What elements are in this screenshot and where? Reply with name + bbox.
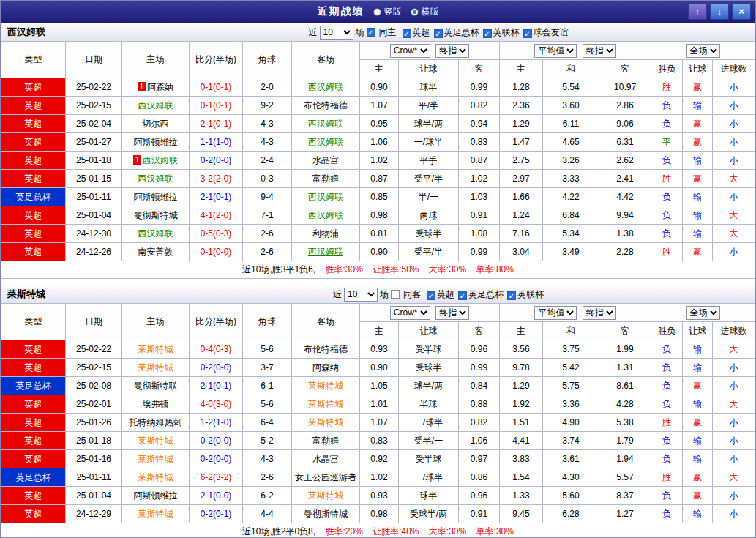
layout-radio-vertical[interactable]: 竖版 xyxy=(373,6,402,18)
score-cell[interactable]: 2-1(0-0) xyxy=(190,487,243,505)
home-team-cell[interactable]: 莱斯特城 xyxy=(122,340,190,359)
home-team-cell[interactable]: 埃弗顿 xyxy=(122,395,190,414)
away-team-cell[interactable]: 水晶宫 xyxy=(292,450,360,468)
away-team-cell[interactable]: 莱斯特城 xyxy=(292,377,360,395)
home-team-cell[interactable]: 莱斯特城 xyxy=(122,505,190,523)
away-team-cell[interactable]: 利物浦 xyxy=(292,225,360,243)
score-cell[interactable]: 1-1(1-0) xyxy=(190,133,243,152)
home-team-cell[interactable]: 曼彻斯特联 xyxy=(122,377,190,395)
league-checkbox[interactable]: ✓ xyxy=(523,29,532,38)
home-team-cell[interactable]: 托特纳姆热刺 xyxy=(122,414,190,432)
league-checkbox[interactable]: ✓ xyxy=(483,29,492,38)
away-team-cell[interactable]: 西汉姆联 xyxy=(292,206,360,225)
handicap-home-odds-cell: 1.07 xyxy=(360,414,399,432)
away-team-cell[interactable]: 曼彻斯特城 xyxy=(292,505,360,523)
score-cell[interactable]: 0-1(0-0) xyxy=(190,243,243,261)
away-team-cell[interactable]: 阿森纳 xyxy=(292,359,360,377)
score-cell[interactable]: 3-2(2-0) xyxy=(190,170,243,188)
home-team-cell[interactable]: 莱斯特城 xyxy=(122,450,190,468)
away-team-cell[interactable]: 富勒姆 xyxy=(292,432,360,450)
score-cell[interactable]: 0-2(0-1) xyxy=(190,505,243,523)
away-team-cell[interactable]: 水晶宫 xyxy=(292,152,360,170)
home-team-cell[interactable]: 1阿森纳 xyxy=(122,78,190,97)
avg-away-odds-cell: 4.28 xyxy=(599,395,651,414)
handicap-cell: 受半球 xyxy=(399,340,459,359)
home-team-cell[interactable]: 曼彻斯特城 xyxy=(122,206,190,225)
score-cell[interactable]: 0-5(0-3) xyxy=(190,225,243,243)
avg-away-odds-cell: 1.31 xyxy=(599,359,651,377)
handicap-cell: 受半/一 xyxy=(399,432,459,450)
same-venue-checkbox[interactable] xyxy=(391,290,400,299)
away-team-cell[interactable]: 莱斯特城 xyxy=(292,487,360,505)
away-team-cell[interactable]: 女王公园巡游者 xyxy=(292,468,360,487)
average-select[interactable]: 平均值 xyxy=(534,306,577,320)
layout-radio-horizontal[interactable]: 横版 xyxy=(411,6,439,18)
home-team-cell[interactable]: 莱斯特城 xyxy=(122,468,190,487)
match-row: 英超25-02-221阿森纳0-1(0-1)2-0西汉姆联0.90球半0.991… xyxy=(1,78,755,97)
score-cell[interactable]: 0-4(0-3) xyxy=(190,340,243,359)
league-checkbox[interactable]: ✓ xyxy=(427,291,435,300)
away-team-cell[interactable]: 西汉姆联 xyxy=(292,243,360,261)
league-checkbox[interactable]: ✓ xyxy=(458,291,467,300)
recent-count-select[interactable]: 10 xyxy=(344,288,378,302)
fulltime-select[interactable]: 全场 xyxy=(686,306,720,320)
home-team-cell[interactable]: 莱斯特城 xyxy=(122,359,190,377)
bookmaker-select[interactable]: Crow* xyxy=(390,306,430,320)
away-team-cell[interactable]: 西汉姆联 xyxy=(292,78,360,97)
scroll-up-button[interactable]: ↑ xyxy=(688,3,707,20)
away-team-cell[interactable]: 布伦特福德 xyxy=(292,340,360,359)
away-team-cell[interactable]: 布伦特福德 xyxy=(292,97,360,115)
average-select[interactable]: 平均值 xyxy=(534,44,577,58)
score-cell[interactable]: 4-1(2-0) xyxy=(190,206,243,225)
fulltime-select[interactable]: 全场 xyxy=(686,44,720,58)
away-team-cell[interactable]: 莱斯特城 xyxy=(292,414,360,432)
avg-away-odds-cell: 4.42 xyxy=(599,188,651,206)
home-team-cell[interactable]: 南安普敦 xyxy=(122,243,190,261)
summary-over-rate: 大率:30% xyxy=(429,526,466,537)
away-team-cell[interactable]: 西汉姆联 xyxy=(292,133,360,152)
score-cell[interactable]: 4-0(3-0) xyxy=(190,395,243,414)
league-checkbox[interactable]: ✓ xyxy=(434,29,443,38)
away-team-cell[interactable]: 西汉姆联 xyxy=(292,115,360,133)
league-checkbox-label: 英超 xyxy=(437,289,454,299)
bookmaker-select[interactable]: Crow* xyxy=(390,44,430,58)
home-team-cell[interactable]: 西汉姆联 xyxy=(122,225,190,243)
home-team-cell[interactable]: 阿斯顿维拉 xyxy=(122,133,190,152)
score-cell[interactable]: 0-1(0-1) xyxy=(190,78,243,97)
corner-cell: 6-2 xyxy=(243,487,292,505)
home-team-cell[interactable]: 切尔西 xyxy=(122,115,190,133)
score-cell[interactable]: 2-1(0-1) xyxy=(190,188,243,206)
home-team-cell[interactable]: 1西汉姆联 xyxy=(122,152,190,170)
same-venue-checkbox[interactable]: ✓ xyxy=(367,28,375,37)
avg-stage-select[interactable]: 终指 xyxy=(583,44,616,58)
score-cell[interactable]: 0-2(0-0) xyxy=(190,450,243,468)
score-cell[interactable]: 0-2(0-0) xyxy=(190,359,243,377)
score-cell[interactable]: 1-2(1-0) xyxy=(190,414,243,432)
summary-handicap-rate: 让胜率:40% xyxy=(373,526,419,537)
home-team-cell[interactable]: 西汉姆联 xyxy=(122,170,190,188)
league-type-cell: 英足总杯 xyxy=(1,188,66,206)
home-team-cell[interactable]: 阿斯顿维拉 xyxy=(122,188,190,206)
score-cell[interactable]: 6-2(3-2) xyxy=(190,468,243,487)
home-team-cell[interactable]: 西汉姆联 xyxy=(122,97,190,115)
odds-stage-select[interactable]: 终指 xyxy=(435,44,469,58)
score-cell[interactable]: 0-1(0-1) xyxy=(190,97,243,115)
score-cell[interactable]: 2-1(0-1) xyxy=(190,115,243,133)
away-team-cell[interactable]: 富勒姆 xyxy=(292,170,360,188)
league-checkbox[interactable]: ✓ xyxy=(507,291,516,300)
away-team-cell[interactable]: 莱斯特城 xyxy=(292,395,360,414)
avg-stage-select[interactable]: 终指 xyxy=(583,306,616,320)
score-cell[interactable]: 2-1(0-1) xyxy=(190,377,243,395)
home-team-cell[interactable]: 阿斯顿维拉 xyxy=(122,487,190,505)
score-cell[interactable]: 0-2(0-0) xyxy=(190,152,243,170)
league-checkbox[interactable]: ✓ xyxy=(403,29,411,38)
home-team-cell[interactable]: 莱斯特城 xyxy=(122,432,190,450)
scroll-down-button[interactable]: ↓ xyxy=(710,3,729,20)
away-team-cell[interactable]: 西汉姆联 xyxy=(292,188,360,206)
odds-stage-select[interactable]: 终指 xyxy=(435,306,469,320)
handicap-result-cell: 赢 xyxy=(683,377,713,395)
score-cell[interactable]: 0-2(0-0) xyxy=(190,432,243,450)
close-button[interactable]: × xyxy=(732,3,751,20)
result-cell: 负 xyxy=(651,206,683,225)
recent-count-select[interactable]: 10 xyxy=(320,26,353,40)
